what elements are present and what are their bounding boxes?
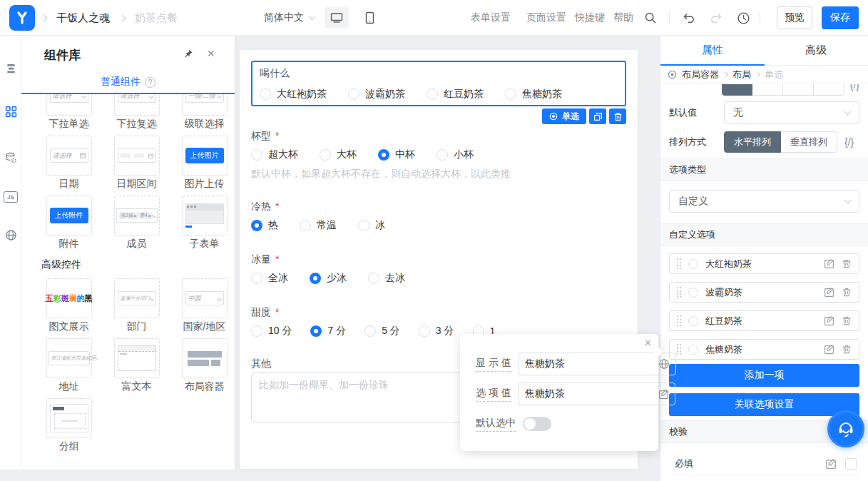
option-type-select[interactable]: 自定义 [669, 190, 859, 213]
trash-icon[interactable] [842, 287, 852, 298]
component-item[interactable]: 请选择 下拉单选 [39, 94, 99, 128]
outline-icon[interactable] [3, 61, 19, 76]
radio-option[interactable]: 10 分 [251, 325, 292, 338]
radio-option[interactable]: 5 分 [364, 325, 400, 338]
radio-option[interactable]: 大杯 [320, 148, 357, 161]
component-item[interactable]: 上传图片 图片上传 [174, 136, 235, 188]
radio-icon[interactable] [688, 345, 698, 355]
language-selector[interactable]: 简体中文 [264, 0, 315, 36]
undo-button[interactable] [683, 0, 695, 36]
default-value-select[interactable]: 无 [724, 101, 859, 124]
radio-option[interactable]: 全冰 [251, 272, 288, 285]
radio-option[interactable]: 焦糖奶茶 [505, 88, 562, 101]
menu-help[interactable]: 帮助 [613, 0, 633, 36]
radio-option-selected[interactable]: 中杯 [378, 148, 415, 161]
component-item[interactable]: 分组 [39, 398, 100, 451]
data-source-icon[interactable] [3, 150, 19, 166]
edit-icon[interactable] [824, 287, 834, 298]
js-editor-icon[interactable]: JS [3, 189, 19, 205]
menu-form-settings[interactable]: 表单设置 [471, 0, 511, 36]
radio-option[interactable]: 波霸奶茶 [348, 88, 405, 101]
drag-handle-icon[interactable] [677, 287, 681, 298]
required-checkbox[interactable] [845, 458, 857, 470]
history-button[interactable] [737, 0, 750, 36]
component-item[interactable]: 请选择 日期 [39, 136, 99, 188]
crumb-layout[interactable]: 布局 [732, 69, 751, 81]
globe-icon[interactable] [3, 227, 19, 243]
radio-option[interactable]: 大红袍奶茶 [260, 88, 327, 101]
linked-options-button[interactable]: 关联选项设置 [669, 393, 859, 416]
search-icon[interactable] [644, 0, 657, 36]
copy-field-button[interactable] [589, 108, 606, 124]
trash-icon[interactable] [842, 344, 852, 355]
component-item[interactable]: 布局容器 [174, 338, 235, 391]
segment-vertical[interactable]: 垂直排列 [781, 131, 837, 153]
component-item[interactable]: 浙江省杭州市余杭区 地址 [39, 338, 99, 391]
segment-horizontal[interactable]: 水平排列 [724, 131, 781, 153]
globe-icon[interactable] [658, 358, 670, 370]
edit-icon[interactable] [824, 258, 834, 269]
option-row[interactable]: 焦糖奶茶 [669, 339, 859, 360]
drag-handle-icon[interactable] [677, 344, 681, 355]
edit-icon[interactable] [658, 389, 669, 400]
component-item[interactable]: 请选择 下拉复选 [106, 94, 167, 128]
close-icon[interactable]: × [645, 337, 651, 350]
tab-basic-components[interactable]: 普通组件 [101, 76, 141, 88]
form-field-temperature[interactable]: 冷热* 热 常温 冰 [251, 201, 626, 231]
option-row[interactable]: 大红袍奶茶 [669, 253, 859, 274]
trash-icon[interactable] [842, 315, 852, 326]
support-chat-button[interactable] [827, 410, 864, 447]
radio-option-selected[interactable]: 7 分 [310, 325, 346, 338]
desktop-view-button[interactable] [325, 7, 349, 29]
radio-option-selected[interactable]: 少冰 [310, 272, 347, 285]
help-icon[interactable]: ? [145, 77, 155, 88]
mobile-view-button[interactable] [357, 7, 382, 29]
radio-option[interactable]: 3 分 [419, 325, 454, 338]
add-option-button[interactable]: 添加一项 [669, 364, 859, 387]
component-item[interactable]: 富文本 [106, 338, 167, 391]
drag-handle-icon[interactable] [677, 315, 681, 326]
radio-icon[interactable] [688, 288, 698, 298]
component-item[interactable]: 中国 国家/地区 [174, 278, 235, 331]
code-token[interactable]: {/} [844, 136, 854, 148]
code-token[interactable]: {/} [850, 84, 859, 91]
component-item[interactable]: 上传附件 附件 [39, 196, 99, 248]
option-row[interactable]: 波霸奶茶 [669, 282, 859, 303]
save-button[interactable]: 保存 [822, 6, 859, 29]
components-icon[interactable] [3, 103, 19, 119]
radio-option[interactable]: 超大杯 [251, 148, 298, 161]
component-item[interactable]: 张3疯×李4× 成员 [106, 196, 167, 248]
option-value-input[interactable] [525, 388, 654, 400]
component-item[interactable]: 五彩斑斓的黑 图文展示 [39, 278, 99, 331]
edit-icon[interactable] [825, 458, 837, 470]
form-field-sweetness[interactable]: 甜度* 10 分 7 分 5 分 3 分 1 [251, 307, 626, 337]
radio-option[interactable]: 红豆奶茶 [427, 88, 484, 101]
display-value-input[interactable] [525, 358, 654, 370]
tab-properties[interactable]: 属性 [660, 36, 765, 65]
radio-option[interactable]: 小杯 [436, 148, 474, 161]
radio-option[interactable]: 常温 [300, 219, 337, 232]
menu-page-settings[interactable]: 页面设置 [526, 0, 566, 36]
component-item[interactable]: 日期区间 [106, 136, 167, 188]
preview-button[interactable]: 预览 [777, 6, 812, 29]
redo-button[interactable] [710, 0, 723, 36]
radio-icon[interactable] [688, 259, 698, 269]
breadcrumb-workspace[interactable]: 干饭人之魂 [56, 11, 110, 25]
option-row[interactable]: 红豆奶茶 [669, 310, 859, 331]
app-logo[interactable] [9, 5, 35, 31]
clipped-segmented-control[interactable] [722, 84, 844, 96]
radio-icon[interactable] [688, 316, 698, 326]
pin-icon[interactable] [183, 49, 193, 59]
form-field-cup-size[interactable]: 杯型* 超大杯 大杯 中杯 小杯 默认中杯，如果超大杯不存在，则自动选择大杯，以… [251, 131, 626, 178]
radio-option[interactable]: 去冰 [368, 272, 405, 285]
delete-field-button[interactable] [609, 108, 626, 124]
tab-advanced[interactable]: 高级 [765, 36, 868, 65]
menu-shortcuts[interactable]: 快捷键 [575, 0, 605, 36]
drag-handle-icon[interactable] [677, 258, 681, 269]
crumb-layout-container[interactable]: 布局容器 [682, 69, 719, 81]
form-field-ice[interactable]: 冰量* 全冰 少冰 去冰 [251, 254, 626, 284]
radio-option-selected[interactable]: 热 [251, 219, 278, 232]
edit-icon[interactable] [824, 344, 834, 355]
trash-icon[interactable] [842, 258, 852, 269]
radio-option[interactable]: 冰 [358, 219, 385, 232]
